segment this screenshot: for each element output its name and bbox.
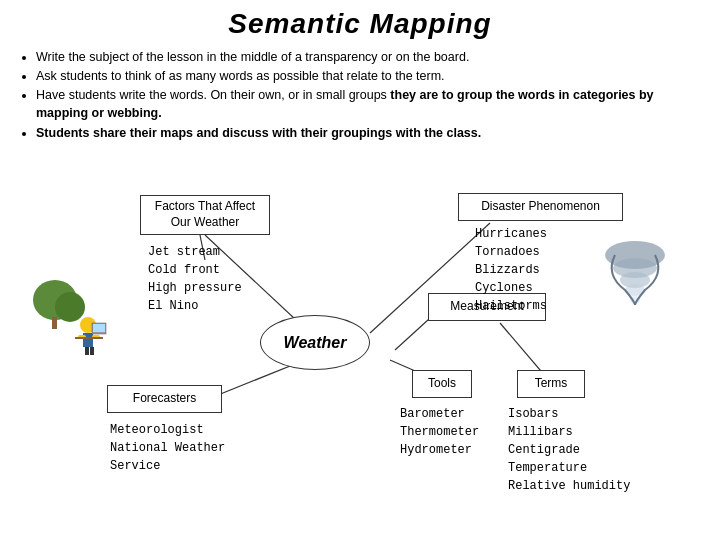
svg-rect-14 <box>85 347 89 355</box>
svg-point-8 <box>55 292 85 322</box>
factors-text: Jet streamCold frontHigh pressureEl Nino <box>148 243 242 315</box>
bullet-2: Ask students to think of as many words a… <box>36 67 700 85</box>
bullet-list: Write the subject of the lesson in the m… <box>0 44 720 147</box>
tornado-illustration <box>600 240 670 315</box>
disaster-box: Disaster Phenomenon <box>458 193 623 221</box>
weather-oval: Weather <box>260 315 370 370</box>
disaster-text: HurricanesTornadoesBlizzardsCyclonesHail… <box>475 225 547 315</box>
forecasters-text: MeteorologistNational WeatherService <box>110 421 225 475</box>
terms-text: IsobarsMillibarsCentigradeTemperatureRel… <box>508 405 630 495</box>
bullet-3: Have students write the words. On their … <box>36 86 700 122</box>
factors-box: Factors That AffectOur Weather <box>140 195 270 235</box>
semantic-map-diagram: Factors That AffectOur Weather Disaster … <box>0 185 720 540</box>
svg-rect-9 <box>52 317 57 329</box>
tools-text: BarometerThermometerHydrometer <box>400 405 479 459</box>
bullet-1: Write the subject of the lesson in the m… <box>36 48 700 66</box>
svg-rect-16 <box>75 337 103 339</box>
page-title: Semantic Mapping <box>0 0 720 44</box>
forecasters-box: Forecasters <box>107 385 222 413</box>
svg-rect-18 <box>93 324 105 332</box>
tools-box: Tools <box>412 370 472 398</box>
bullet-4: Students share their maps and discuss wi… <box>36 124 700 142</box>
terms-box: Terms <box>517 370 585 398</box>
svg-rect-15 <box>90 347 94 355</box>
character-illustration <box>30 265 110 355</box>
